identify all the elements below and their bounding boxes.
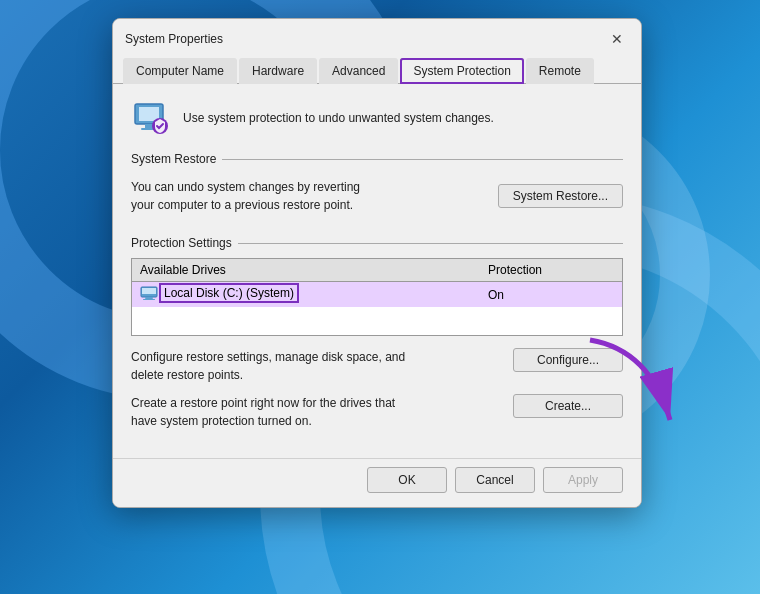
table-empty-row — [132, 307, 623, 335]
dialog-footer: OK Cancel Apply — [113, 458, 641, 507]
configure-button[interactable]: Configure... — [513, 348, 623, 372]
dialog-title: System Properties — [125, 32, 223, 46]
tab-advanced[interactable]: Advanced — [319, 58, 398, 84]
configure-row: Configure restore settings, manage disk … — [131, 348, 623, 384]
configure-description: Configure restore settings, manage disk … — [131, 348, 411, 384]
system-restore-description: You can undo system changes by reverting… — [131, 178, 360, 214]
system-restore-button[interactable]: System Restore... — [498, 184, 623, 208]
protection-table: Available Drives Protection — [131, 258, 623, 336]
col-drives: Available Drives — [132, 259, 481, 282]
tab-hardware[interactable]: Hardware — [239, 58, 317, 84]
dialog-content: Use system protection to undo unwanted s… — [113, 84, 641, 458]
col-protection: Protection — [480, 259, 623, 282]
tab-computer-name[interactable]: Computer Name — [123, 58, 237, 84]
drive-cell: Local Disk (C:) (System) — [132, 282, 481, 308]
tab-system-protection[interactable]: System Protection — [400, 58, 523, 84]
table-row[interactable]: Local Disk (C:) (System) On — [132, 282, 623, 308]
cancel-button[interactable]: Cancel — [455, 467, 535, 493]
system-restore-section: System Restore You can undo system chang… — [131, 152, 623, 224]
svg-rect-8 — [143, 299, 155, 300]
apply-button[interactable]: Apply — [543, 467, 623, 493]
svg-rect-1 — [139, 107, 159, 121]
system-restore-row: You can undo system changes by reverting… — [131, 174, 623, 224]
protection-settings-section: Protection Settings Available Drives Pro… — [131, 236, 623, 430]
ok-button[interactable]: OK — [367, 467, 447, 493]
create-description: Create a restore point right now for the… — [131, 394, 411, 430]
create-button[interactable]: Create... — [513, 394, 623, 418]
info-description: Use system protection to undo unwanted s… — [183, 110, 494, 127]
title-bar: System Properties ✕ — [113, 19, 641, 51]
info-row: Use system protection to undo unwanted s… — [131, 98, 623, 138]
protection-settings-title: Protection Settings — [131, 236, 623, 250]
drive-icon — [140, 286, 158, 300]
protection-status: On — [480, 282, 623, 308]
svg-rect-6 — [142, 288, 156, 294]
svg-rect-2 — [145, 124, 153, 128]
tab-bar: Computer Name Hardware Advanced System P… — [113, 51, 641, 84]
drive-name: Local Disk (C:) (System) — [162, 286, 296, 300]
system-protection-icon — [131, 98, 171, 138]
close-button[interactable]: ✕ — [605, 27, 629, 51]
svg-rect-7 — [145, 297, 153, 299]
tab-remote[interactable]: Remote — [526, 58, 594, 84]
system-properties-dialog: System Properties ✕ Computer Name Hardwa… — [112, 18, 642, 508]
system-restore-title: System Restore — [131, 152, 623, 166]
create-row: Create a restore point right now for the… — [131, 394, 623, 430]
